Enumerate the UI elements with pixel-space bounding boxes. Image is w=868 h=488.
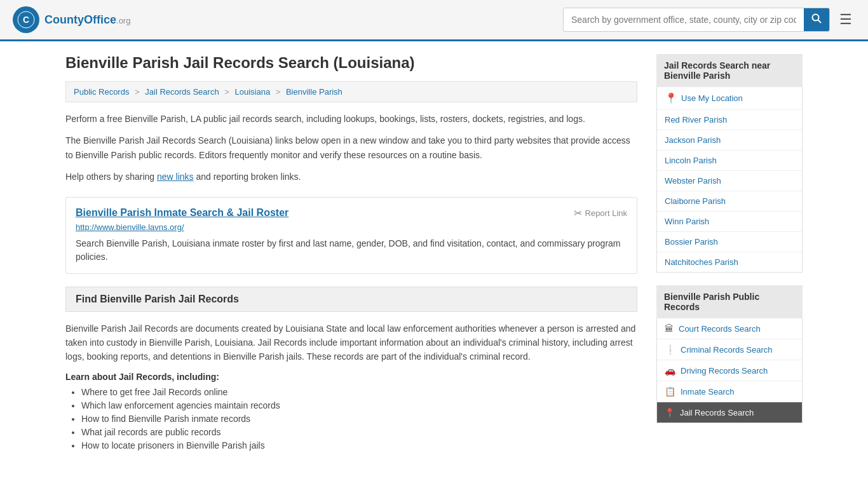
list-item: How to locate prisoners in Bienville Par… bbox=[81, 440, 637, 451]
list-item: Where to get free Jail Records online bbox=[81, 387, 637, 397]
pub-link-inmate: 📋 Inmate Search bbox=[657, 381, 802, 402]
svg-text:C: C bbox=[23, 15, 29, 25]
resource-desc: Search Bienville Parish, Louisiana inmat… bbox=[76, 237, 627, 264]
list-item: How to find Bienville Parish inmate reco… bbox=[81, 414, 637, 424]
description-1: Perform a free Bienville Parish, LA publ… bbox=[65, 112, 637, 126]
report-icon: ✂ bbox=[574, 207, 582, 219]
jail-records-icon: 📍 bbox=[665, 408, 675, 417]
court-records-link[interactable]: Court Records Search bbox=[679, 324, 761, 334]
driving-icon: 🚗 bbox=[665, 365, 675, 376]
page-header: C CountyOffice.org ☰ bbox=[0, 0, 868, 41]
red-river-link[interactable]: Red River Parish bbox=[665, 115, 727, 125]
parish-link-red-river: Red River Parish bbox=[657, 110, 802, 130]
breadcrumb-public-records[interactable]: Public Records bbox=[74, 87, 129, 97]
nearby-section-title: Jail Records Search near Bienville Paris… bbox=[656, 54, 803, 87]
main-container: Bienville Parish Jail Records Search (Lo… bbox=[53, 41, 815, 466]
breadcrumb: Public Records > Jail Records Search > L… bbox=[65, 81, 637, 102]
public-records-links: 🏛 Court Records Search ❕ Criminal Record… bbox=[656, 318, 803, 423]
inmate-search-link[interactable]: Inmate Search bbox=[681, 387, 735, 396]
winn-link[interactable]: Winn Parish bbox=[665, 217, 709, 226]
nearby-links: 📍 Use My Location Red River Parish Jacks… bbox=[656, 87, 803, 273]
claiborne-link[interactable]: Claiborne Parish bbox=[665, 196, 726, 206]
breadcrumb-sep-1: > bbox=[135, 87, 140, 97]
description-3: Help others by sharing new links and rep… bbox=[65, 170, 637, 184]
breadcrumb-jail-records[interactable]: Jail Records Search bbox=[145, 87, 219, 97]
pub-link-court: 🏛 Court Records Search bbox=[657, 318, 802, 339]
page-title: Bienville Parish Jail Records Search (Lo… bbox=[65, 54, 637, 72]
resource-title[interactable]: Bienville Parish Inmate Search & Jail Ro… bbox=[76, 207, 288, 219]
new-links[interactable]: new links bbox=[157, 172, 194, 182]
breadcrumb-sep-3: > bbox=[276, 87, 281, 97]
webster-link[interactable]: Webster Parish bbox=[665, 176, 721, 186]
court-icon: 🏛 bbox=[665, 323, 674, 334]
parish-link-natchitoches: Natchitoches Parish bbox=[657, 252, 802, 272]
pub-link-criminal: ❕ Criminal Records Search bbox=[657, 339, 802, 360]
inmate-icon: 📋 bbox=[665, 386, 675, 396]
search-input[interactable] bbox=[564, 10, 804, 30]
section-desc: Bienville Parish Jail Records are docume… bbox=[65, 322, 637, 364]
parish-link-claiborne: Claiborne Parish bbox=[657, 191, 802, 212]
learn-list: Where to get free Jail Records online Wh… bbox=[65, 387, 637, 451]
location-pin-icon: 📍 bbox=[665, 92, 677, 104]
learn-title: Learn about Jail Records, including: bbox=[65, 372, 637, 382]
resource-url[interactable]: http://www.bienville.lavns.org/ bbox=[76, 222, 627, 232]
criminal-icon: ❕ bbox=[665, 344, 675, 355]
breadcrumb-sep-2: > bbox=[224, 87, 229, 97]
criminal-records-link[interactable]: Criminal Records Search bbox=[681, 345, 773, 355]
logo-icon: C bbox=[13, 6, 39, 33]
list-item: Which law enforcement agencies maintain … bbox=[81, 400, 637, 410]
parish-link-jackson: Jackson Parish bbox=[657, 130, 802, 151]
report-label: Report Link bbox=[585, 208, 627, 218]
pub-link-driving: 🚗 Driving Records Search bbox=[657, 360, 802, 381]
sidebar: Jail Records Search near Bienville Paris… bbox=[656, 54, 803, 454]
svg-line-3 bbox=[818, 20, 821, 23]
logo-area: C CountyOffice.org bbox=[13, 6, 130, 33]
find-section-header: Find Bienville Parish Jail Records bbox=[65, 287, 637, 312]
resource-card: Bienville Parish Inmate Search & Jail Ro… bbox=[65, 197, 637, 274]
logo-text: CountyOffice.org bbox=[44, 13, 130, 27]
search-bar bbox=[563, 8, 830, 32]
menu-button[interactable]: ☰ bbox=[836, 8, 855, 31]
jackson-link[interactable]: Jackson Parish bbox=[665, 135, 721, 145]
natchitoches-link[interactable]: Natchitoches Parish bbox=[665, 257, 738, 267]
parish-link-bossier: Bossier Parish bbox=[657, 232, 802, 252]
content-area: Bienville Parish Jail Records Search (Lo… bbox=[65, 54, 637, 454]
header-right: ☰ bbox=[563, 8, 855, 32]
lincoln-link[interactable]: Lincoln Parish bbox=[665, 156, 717, 165]
list-item: What jail records are public records bbox=[81, 427, 637, 437]
parish-link-winn: Winn Parish bbox=[657, 212, 802, 232]
report-link[interactable]: ✂ Report Link bbox=[574, 207, 627, 219]
use-location-link[interactable]: Use My Location bbox=[681, 93, 743, 103]
jail-records-button[interactable]: 📍 Jail Records Search bbox=[657, 403, 802, 423]
parish-link-webster: Webster Parish bbox=[657, 171, 802, 191]
jail-records-label: Jail Records Search bbox=[680, 408, 754, 417]
bossier-link[interactable]: Bossier Parish bbox=[665, 237, 718, 247]
breadcrumb-bienville[interactable]: Bienville Parish bbox=[286, 87, 342, 97]
search-button[interactable] bbox=[804, 8, 829, 31]
public-records-section-title: Bienville Parish Public Records bbox=[656, 285, 803, 318]
parish-link-lincoln: Lincoln Parish bbox=[657, 151, 802, 171]
description-2: The Bienville Parish Jail Records Search… bbox=[65, 133, 637, 162]
use-location[interactable]: 📍 Use My Location bbox=[657, 87, 802, 110]
breadcrumb-louisiana[interactable]: Louisiana bbox=[234, 87, 270, 97]
driving-records-link[interactable]: Driving Records Search bbox=[681, 366, 768, 376]
